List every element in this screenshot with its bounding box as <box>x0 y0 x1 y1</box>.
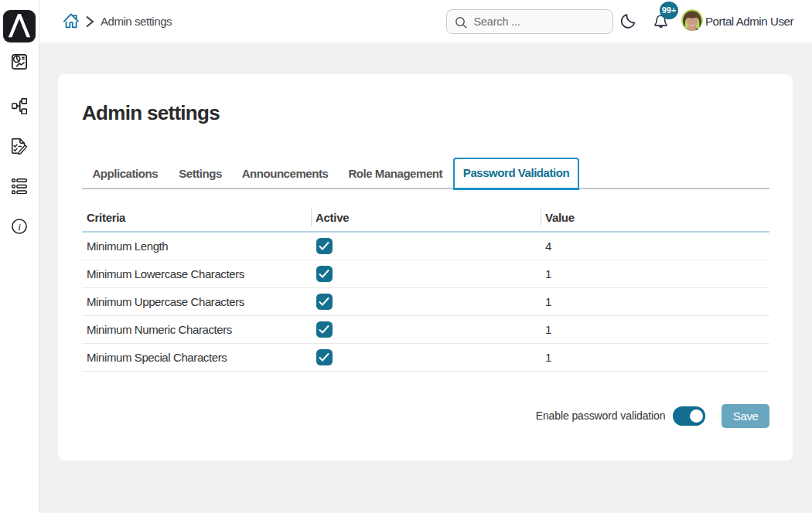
svg-text:i: i <box>18 221 21 233</box>
